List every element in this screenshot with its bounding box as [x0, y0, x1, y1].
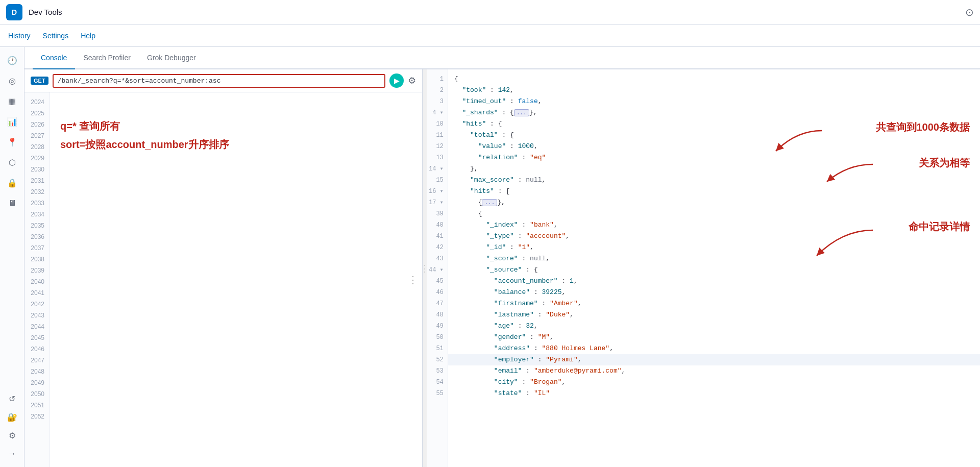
editor-area: GET ▶ ⚙ 2024 2025 2026 2027 2028 2029 20… [24, 69, 980, 467]
json-line: "max_score" : null, [448, 175, 980, 186]
nav-settings[interactable]: Settings [43, 32, 69, 40]
method-badge: GET [31, 77, 48, 85]
visualize-icon[interactable]: 📊 [3, 112, 21, 131]
json-line: "took" : 142, [448, 85, 980, 96]
clock-icon[interactable]: 🕐 [3, 51, 21, 69]
right-panel: 1 2 3 4 ▾ 10 11 12 13 14 ▾ 15 16 ▾ 17 ▾ [427, 69, 980, 467]
json-line: "gender" : "M", [448, 332, 980, 343]
graph-icon[interactable]: ⬡ [3, 153, 21, 171]
annotation-text: q=* 查询所有 sort=按照account_number升序排序 [50, 96, 422, 174]
left-code-area: 2024 2025 2026 2027 2028 2029 2030 2031 … [24, 92, 422, 467]
json-line: "city" : "Brogan", [448, 377, 980, 388]
app-logo: D [6, 4, 22, 20]
copy-button[interactable]: ⚙ [408, 75, 416, 86]
json-line: { [448, 73, 980, 85]
dev-tools-icon[interactable]: ⚙ [3, 426, 21, 445]
json-line: "email" : "amberduke@pyrami.com", [448, 365, 980, 377]
lock-icon[interactable]: 🔐 [3, 408, 21, 426]
json-view: 1 2 3 4 ▾ 10 11 12 13 14 ▾ 15 16 ▾ 17 ▾ [427, 69, 980, 467]
json-line: "balance" : 39225, [448, 287, 980, 298]
panel-drag-handle[interactable]: ⋮ [408, 274, 418, 286]
dashboard-icon[interactable]: ▦ [3, 92, 21, 110]
json-line: "age" : 32, [448, 321, 980, 332]
line-numbers: 2024 2025 2026 2027 2028 2029 2030 2031 … [24, 92, 50, 467]
json-line: "hits" : [ [448, 186, 980, 197]
json-line-highlighted: "employer" : "Pyrami", [448, 354, 980, 365]
code-content[interactable]: q=* 查询所有 sort=按照account_number升序排序 [50, 92, 422, 467]
request-bar: GET ▶ ⚙ [24, 69, 422, 92]
json-line: "relation" : "eq" [448, 152, 980, 163]
json-line: "account_number" : 1, [448, 276, 980, 287]
run-button[interactable]: ▶ [389, 73, 404, 88]
maps-icon[interactable]: 📍 [3, 133, 21, 151]
nav-help[interactable]: Help [81, 32, 95, 40]
json-line: {...}, [448, 197, 980, 208]
content-area: Console Search Profiler Grok Debugger GE… [24, 47, 980, 467]
json-line: "state" : "IL" [448, 388, 980, 399]
tab-search-profiler[interactable]: Search Profiler [75, 47, 139, 69]
main-layout: 🕐 ◎ ▦ 📊 📍 ⬡ 🔒 🖥 ↺ 🔐 ⚙ → Console Search P… [0, 47, 980, 467]
json-line: "total" : { [448, 130, 980, 141]
json-line: "_score" : null, [448, 253, 980, 264]
json-line: "_source" : { [448, 264, 980, 276]
panel-divider[interactable]: ⋮ [423, 69, 427, 467]
json-line: "value" : 1000, [448, 141, 980, 152]
json-line: "timed_out" : false, [448, 96, 980, 107]
json-line: "address" : "880 Holmes Lane", [448, 343, 980, 354]
discover-icon[interactable]: ◎ [3, 71, 21, 90]
nav-history[interactable]: History [8, 32, 31, 40]
sidebar: 🕐 ◎ ▦ 📊 📍 ⬡ 🔒 🖥 ↺ 🔐 ⚙ → [0, 47, 24, 467]
json-line: "_shards" : {...}, [448, 107, 980, 118]
json-line: }, [448, 163, 980, 175]
refresh-icon[interactable]: ↺ [3, 389, 21, 408]
arrow-icon[interactable]: → [3, 445, 21, 463]
top-bar: D Dev Tools ⊙ [0, 0, 980, 24]
url-input[interactable] [53, 74, 385, 88]
security-icon[interactable]: 🔒 [3, 174, 21, 192]
tabs-bar: Console Search Profiler Grok Debugger [24, 47, 980, 69]
json-line: "firstname" : "Amber", [448, 298, 980, 309]
json-line: "_index" : "bank", [448, 219, 980, 231]
tab-console[interactable]: Console [33, 47, 75, 69]
json-line-numbers: 1 2 3 4 ▾ 10 11 12 13 14 ▾ 15 16 ▾ 17 ▾ [427, 69, 448, 467]
monitor-icon[interactable]: 🖥 [3, 194, 21, 212]
json-output-wrapper: 1 2 3 4 ▾ 10 11 12 13 14 ▾ 15 16 ▾ 17 ▾ [427, 69, 980, 467]
json-line: "hits" : { [448, 118, 980, 130]
settings-icon-top[interactable]: ⊙ [965, 6, 974, 18]
tab-grok-debugger[interactable]: Grok Debugger [139, 47, 204, 69]
sidebar-bottom: ↺ 🔐 ⚙ → [3, 389, 21, 463]
left-panel: GET ▶ ⚙ 2024 2025 2026 2027 2028 2029 20… [24, 69, 423, 467]
json-line: { [448, 208, 980, 219]
json-line: "lastname" : "Duke", [448, 309, 980, 321]
json-line: "_id" : "1", [448, 242, 980, 253]
json-content: { "took" : 142, "timed_out" : false, "_s… [448, 69, 980, 467]
nav-bar: History Settings Help [0, 24, 980, 47]
json-line: "_type" : "acccount", [448, 231, 980, 242]
app-title: Dev Tools [29, 8, 62, 16]
